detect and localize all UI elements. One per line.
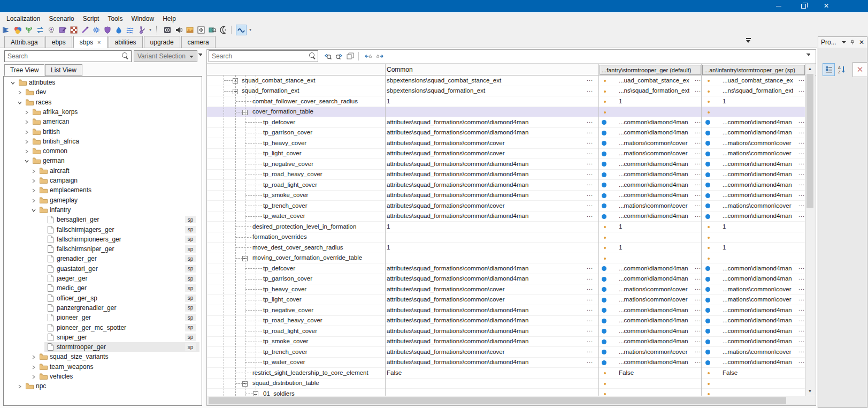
tree-item-vehicles[interactable]: vehicles [4,372,202,381]
browse-ellipsis-button[interactable]: ... [695,358,701,364]
tree-item-npc[interactable]: npc [4,381,202,391]
grid-row-tp_negative_cover[interactable]: tp_negative_coverattributes\squad_format… [207,159,805,170]
browse-ellipsis-button[interactable]: ... [587,149,593,155]
chevron-collapsed-icon[interactable] [17,89,22,95]
browse-ellipsis-button[interactable]: ... [798,138,805,145]
grid-row-formation_overrides[interactable]: formation_overrides [207,232,805,243]
fit-view-icon[interactable] [196,25,206,35]
speaker-icon[interactable] [173,25,184,35]
browse-ellipsis-button[interactable]: ... [798,274,805,281]
scroll-down-button[interactable]: ▼ [805,387,815,396]
tree-item-medic_ger[interactable]: medic_gersp [4,283,202,293]
tab-abilities[interactable]: abilities [109,36,143,48]
maximize-button[interactable] [791,0,816,12]
grid-row-squad_combat_stance_ext[interactable]: squad_combat_stance_extsbpextensions\squ… [207,75,805,86]
grid-row-cover_formation_table[interactable]: cover_formation_table [207,107,805,118]
browse-ellipsis-button[interactable]: ... [587,295,593,301]
chevron-collapsed-icon[interactable] [24,109,29,115]
browse-ellipsis-button[interactable]: ... [695,149,701,155]
tree-search-input[interactable] [4,50,132,62]
scrollbar-thumb[interactable] [806,74,813,208]
tree-item-pioneer_ger_mc_spotter[interactable]: pioneer_ger_mc_spottersp [4,323,202,333]
browse-ellipsis-button[interactable]: ... [798,263,805,270]
browse-ellipsis-button[interactable]: ... [798,149,805,155]
grid-row-moving_cover_formation_override_table[interactable]: moving_cover_formation_override_table [207,253,805,264]
sprout-icon[interactable] [24,25,34,35]
left-toolbar-overflow-icon[interactable] [198,53,202,56]
tree-item-guastatori_ger[interactable]: guastatori_gersp [4,264,202,274]
browse-ellipsis-button[interactable]: ... [695,337,701,343]
browse-ellipsis-button[interactable]: ... [695,138,701,145]
grid-row-tp_road_light_cover[interactable]: tp_road_light_coverattributes\squad_form… [207,326,805,337]
tree-item-attributes[interactable]: attributes [4,78,202,87]
projector-icon[interactable] [46,25,57,35]
browse-ellipsis-button[interactable]: ... [587,263,593,270]
browse-ellipsis-button[interactable]: ... [695,316,701,322]
grid-row-tp_trench_cover[interactable]: tp_trench_coverattributes\squad_formatio… [207,201,805,211]
tree-item-squad_size_variants[interactable]: squad_size_variants [4,352,202,361]
menu-window[interactable]: Window [127,13,158,24]
menu-scenario[interactable]: Scenario [44,13,78,24]
diff-prev-icon[interactable] [363,51,374,62]
browse-ellipsis-button[interactable]: ... [695,274,701,281]
grid-row-tp_negative_cover[interactable]: tp_negative_coverattributes\squad_format… [207,305,805,316]
browse-ellipsis-button[interactable]: ... [798,86,805,93]
chevron-collapsed-icon[interactable] [24,129,29,134]
tab-attrib-sga[interactable]: Attrib.sga [4,36,44,48]
browse-ellipsis-button[interactable]: ... [695,211,701,218]
minimize-button[interactable] [766,0,791,12]
windows-icon[interactable] [345,51,356,62]
browse-ellipsis-button[interactable]: ... [798,326,805,333]
inspect-icon[interactable] [207,25,218,35]
menu-script[interactable]: Script [79,13,104,24]
grid-row-tp_defcover[interactable]: tp_defcoverattributes\squad_formations\c… [207,263,805,274]
browse-ellipsis-button[interactable]: ... [587,316,593,322]
browse-ellipsis-button[interactable]: ... [798,201,805,207]
grid-row-tp_defcover[interactable]: tp_defcoverattributes\squad_formations\c… [207,117,805,128]
browse-ellipsis-button[interactable]: ... [798,305,805,312]
chevron-collapsed-icon[interactable] [31,198,36,203]
tree-item-pioneer_ger[interactable]: pioneer_gersp [4,313,202,322]
search-prev-icon[interactable] [322,51,333,62]
tab-upgrade[interactable]: upgrade [144,36,180,48]
tree-item-fallschirmjagers_ger[interactable]: fallschirmjagers_gersp [4,225,202,235]
grid-row-tp_heavy_cover[interactable]: tp_heavy_coverattributes\squad_formation… [207,138,805,149]
browse-ellipsis-button[interactable]: ... [798,284,805,291]
grid-row-tp_road_light_cover[interactable]: tp_road_light_coverattributes\squad_form… [207,180,805,191]
tree-item-races[interactable]: races [4,97,202,107]
tree-item-emplacements[interactable]: emplacements [4,185,202,195]
tree-item-dev[interactable]: dev [4,87,202,97]
tree-item-fallschirmpioneers_ger[interactable]: fallschirmpioneers_gersp [4,235,202,244]
browse-ellipsis-button[interactable]: ... [798,347,805,353]
browse-ellipsis-button[interactable]: ... [798,358,805,364]
column-divider[interactable] [598,64,599,396]
chevron-collapsed-icon[interactable] [24,148,29,154]
column-header-default-variant[interactable]: ...fantry\stormtrooper_ger (default) [600,65,701,75]
scroll-up-button[interactable]: ▲ [805,64,815,73]
browse-ellipsis-button[interactable]: ... [695,305,701,312]
browse-ellipsis-button[interactable]: ... [695,347,701,353]
chevron-collapsed-icon[interactable] [31,374,36,379]
grid-row-tp_garrison_cover[interactable]: tp_garrison_coverattributes\squad_format… [207,128,805,139]
grid-row-squad_formation_ext[interactable]: squad_formation_extsbpextensions\squad_f… [207,86,805,97]
browse-ellipsis-button[interactable]: ... [695,128,701,134]
tree-item-american[interactable]: american [4,117,202,126]
tree-item-german[interactable]: german [4,156,202,165]
tab-sbps[interactable]: sbps× [73,36,107,48]
browse-ellipsis-button[interactable]: ... [587,358,593,364]
tree-item-panzergrenadier_ger[interactable]: panzergrenadier_gersp [4,303,202,313]
flask-icon[interactable] [136,25,147,35]
target-icon[interactable] [162,25,173,35]
moon-icon[interactable] [218,25,229,35]
grid-row-01_soldiers[interactable]: 01_soldiers [207,389,805,396]
chevron-collapsed-icon[interactable] [31,168,36,173]
browse-ellipsis-button[interactable]: ... [587,86,593,93]
chevron-collapsed-icon[interactable] [17,383,22,389]
grid-row-tp_trench_cover[interactable]: tp_trench_coverattributes\squad_formatio… [207,347,805,358]
chevron-collapsed-icon[interactable] [31,187,36,193]
browse-ellipsis-button[interactable]: ... [798,180,805,186]
column-header-sp-variant[interactable]: ...an\infantry\stormtrooper_ger (sp) [702,65,805,75]
needle-icon[interactable] [80,25,90,35]
tree-item-infantry[interactable]: infantry [4,205,202,215]
browse-ellipsis-button[interactable]: ... [798,337,805,343]
